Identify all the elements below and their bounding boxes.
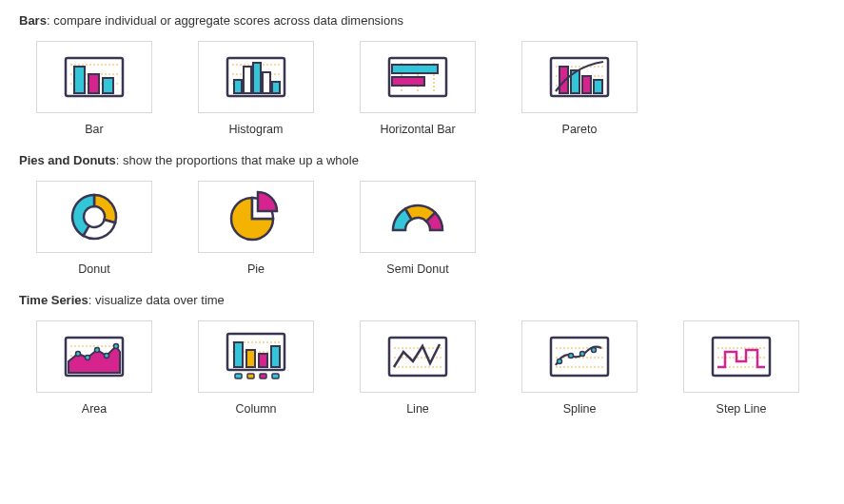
svg-rect-11: [234, 80, 242, 93]
tile-column: Column: [198, 320, 314, 416]
section-title: Time Series: [19, 293, 88, 307]
chart-label: Line: [406, 402, 429, 416]
svg-point-60: [592, 348, 597, 353]
svg-rect-61: [713, 338, 770, 376]
svg-rect-45: [235, 374, 242, 378]
tile-spline: Spline: [521, 320, 638, 416]
chart-option-area[interactable]: [36, 320, 152, 393]
area-chart-icon: [61, 333, 128, 380]
section-header-time-series: Time Series: visualize data over time: [19, 293, 825, 307]
pareto-chart-icon: [546, 53, 613, 101]
svg-point-36: [105, 354, 109, 359]
chart-label: Donut: [78, 262, 109, 276]
section-title: Pies and Donuts: [19, 153, 116, 167]
chart-option-semidonut[interactable]: [360, 181, 476, 253]
tile-pie: Pie: [198, 181, 314, 276]
chart-option-pareto[interactable]: [521, 41, 638, 113]
row-bars: Bar Histogra: [19, 41, 825, 136]
svg-rect-43: [259, 354, 267, 367]
svg-rect-28: [582, 76, 591, 93]
tile-histogram: Histogram: [198, 41, 314, 136]
svg-point-37: [114, 344, 119, 349]
section-pies: Pies and Donuts: show the proportions th…: [19, 153, 825, 276]
chart-label: Histogram: [229, 123, 284, 136]
svg-point-57: [558, 359, 562, 364]
section-title: Bars: [19, 13, 47, 28]
column-chart-icon: [223, 331, 289, 382]
chart-option-spline[interactable]: [521, 320, 638, 393]
svg-rect-44: [271, 346, 280, 367]
chart-label: Step Line: [716, 402, 767, 416]
svg-rect-21: [392, 77, 424, 86]
svg-rect-46: [247, 374, 254, 378]
tile-bar: Bar: [36, 41, 152, 136]
row-time-series: Area: [19, 320, 825, 416]
row-pies: Donut Pie: [19, 181, 825, 276]
tile-semidonut: Semi Donut: [360, 181, 476, 276]
svg-rect-15: [272, 82, 280, 93]
svg-point-59: [580, 352, 585, 357]
section-header-bars: Bars: compare individual or aggregate sc…: [19, 13, 825, 28]
svg-point-34: [86, 356, 90, 360]
step-line-chart-icon: [708, 333, 775, 380]
horizontal-bar-chart-icon: [384, 53, 451, 101]
svg-rect-13: [253, 63, 261, 93]
chart-label: Horizontal Bar: [380, 123, 455, 136]
svg-rect-49: [389, 338, 446, 376]
chart-option-pie[interactable]: [198, 181, 314, 253]
chart-label: Bar: [85, 123, 103, 136]
chart-option-histogram[interactable]: [198, 41, 314, 113]
svg-rect-47: [260, 374, 266, 378]
tile-area: Area: [36, 320, 152, 416]
line-chart-icon: [384, 333, 451, 380]
chart-label: Spline: [563, 402, 597, 416]
chart-option-bar[interactable]: [36, 41, 152, 113]
semi-donut-chart-icon: [386, 196, 449, 238]
section-time-series: Time Series: visualize data over time: [19, 293, 825, 416]
svg-rect-5: [88, 74, 99, 93]
section-desc: : visualize data over time: [88, 293, 225, 307]
svg-rect-20: [392, 65, 438, 73]
tile-donut: Donut: [36, 181, 152, 276]
section-desc: : show the proportions that make up a wh…: [116, 153, 359, 167]
tile-line: Line: [360, 320, 476, 416]
chart-label: Column: [235, 402, 276, 416]
histogram-chart-icon: [223, 53, 289, 101]
svg-point-33: [76, 352, 81, 357]
svg-rect-6: [103, 78, 113, 93]
chart-option-stepline[interactable]: [683, 320, 799, 393]
svg-point-58: [569, 354, 574, 359]
chart-option-donut[interactable]: [36, 181, 152, 253]
chart-label: Pie: [247, 262, 265, 276]
tile-stepline: Step Line: [683, 320, 799, 416]
chart-label: Semi Donut: [386, 262, 448, 276]
svg-rect-14: [263, 72, 270, 93]
section-header-pies: Pies and Donuts: show the proportions th…: [19, 153, 825, 167]
section-desc: : compare individual or aggregate scores…: [47, 13, 403, 28]
spline-chart-icon: [546, 333, 613, 380]
svg-rect-41: [234, 342, 243, 367]
svg-rect-12: [244, 67, 251, 93]
svg-rect-4: [74, 67, 85, 93]
svg-point-35: [95, 348, 100, 353]
svg-rect-48: [272, 374, 279, 378]
pie-chart-icon: [226, 190, 286, 243]
svg-rect-29: [594, 80, 602, 93]
chart-option-line[interactable]: [360, 320, 476, 393]
bar-chart-icon: [61, 53, 128, 101]
tile-horizontal-bar: Horizontal Bar: [360, 41, 476, 136]
donut-chart-icon: [66, 190, 123, 243]
chart-option-column[interactable]: [198, 320, 314, 393]
svg-rect-42: [246, 350, 255, 367]
tile-pareto: Pareto: [521, 41, 638, 136]
chart-label: Pareto: [562, 123, 598, 136]
chart-option-horizontal-bar[interactable]: [360, 41, 476, 113]
chart-label: Area: [82, 402, 107, 416]
section-bars: Bars: compare individual or aggregate sc…: [19, 13, 825, 136]
